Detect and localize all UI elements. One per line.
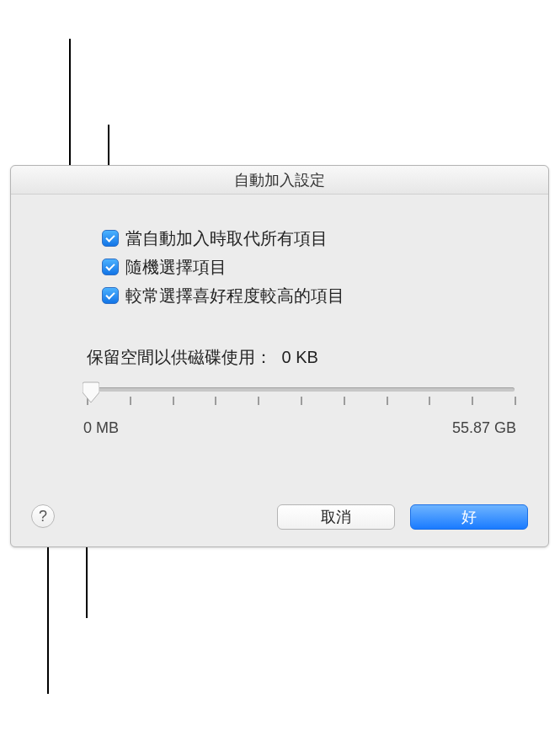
slider-thumb-icon[interactable]: [83, 381, 99, 404]
slider-max-label: 55.87 GB: [452, 419, 516, 437]
slider-min-label: 0 MB: [83, 419, 119, 437]
checkbox-icon[interactable]: [102, 287, 119, 304]
checkbox-icon[interactable]: [102, 259, 119, 275]
slider-label-row: 保留空間以供磁碟使用： 0 KB: [87, 346, 515, 369]
button-row: 取消 好: [277, 504, 528, 530]
slider-track: [87, 387, 515, 392]
ok-button[interactable]: 好: [410, 504, 528, 530]
checkbox-label: 隨機選擇項目: [125, 257, 227, 277]
checkbox-replace-all[interactable]: 當自動加入時取代所有項目: [102, 228, 515, 248]
slider-label: 保留空間以供磁碟使用：: [87, 348, 272, 366]
dialog-title: 自動加入設定: [11, 166, 548, 195]
checkbox-label: 較常選擇喜好程度較高的項目: [125, 285, 344, 306]
slider-value: 0 KB: [282, 348, 318, 366]
cancel-button[interactable]: 取消: [277, 504, 395, 530]
checkbox-higher-rating[interactable]: 較常選擇喜好程度較高的項目: [102, 285, 515, 306]
autofill-settings-dialog: 自動加入設定 當自動加入時取代所有項目 隨機選擇項目 較常選擇喜好程度較高的項目…: [10, 165, 549, 547]
dialog-content: 當自動加入時取代所有項目 隨機選擇項目 較常選擇喜好程度較高的項目 保留空間以供…: [11, 195, 548, 424]
help-button[interactable]: ?: [31, 504, 55, 528]
reserve-space-slider[interactable]: 0 MB 55.87 GB: [87, 382, 515, 424]
checkbox-icon[interactable]: [102, 230, 119, 247]
checkbox-label: 當自動加入時取代所有項目: [125, 228, 328, 248]
reserve-space-section: 保留空間以供磁碟使用： 0 KB: [87, 346, 515, 424]
checkbox-random-select[interactable]: 隨機選擇項目: [102, 257, 515, 277]
